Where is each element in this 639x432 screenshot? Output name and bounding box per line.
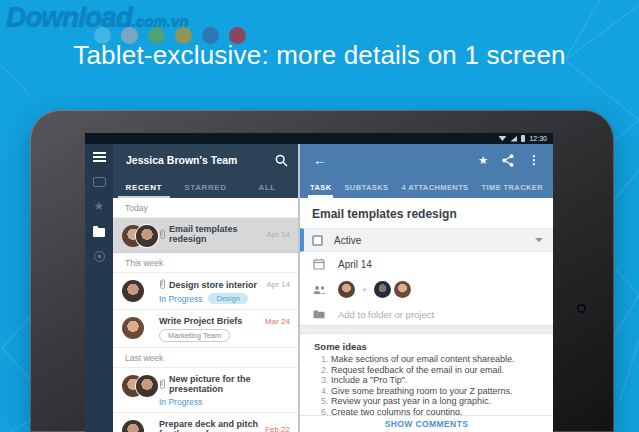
detail-tab-bar: TASK SUBTASKS 4 ATTACHMENTS TIME TRACKER (300, 176, 553, 198)
assignees-row[interactable]: + (300, 276, 553, 303)
add-folder-placeholder: Add to folder or project (338, 309, 434, 320)
paperclip-icon (159, 379, 166, 390)
description-item: Review your past year in a long graphic. (331, 396, 539, 407)
task-row-project-briefs[interactable]: Write Project Briefs Mar 24 Marketing Te… (113, 310, 298, 348)
folder-icon[interactable] (93, 228, 105, 237)
task-date: Mar 24 (261, 317, 290, 326)
add-folder-row[interactable]: Add to folder or project (300, 303, 553, 325)
task-title: Prepare deck and pitch for the conferenc… (159, 419, 258, 432)
nav-rail: ★ (85, 144, 113, 432)
tab-time-tracker[interactable]: TIME TRACKER (482, 176, 543, 198)
section-today: Today (113, 198, 298, 218)
task-date: Apr 14 (262, 230, 290, 239)
task-detail-content: Email templates redesign Active (300, 198, 553, 432)
task-detail-panel: ← ★ ⋮ TAS (300, 144, 553, 432)
list-tab-bar: RECENT STARRED ALL (113, 176, 298, 198)
task-date: Feb 22 (261, 425, 290, 432)
team-header: Jessica Brown's Team (113, 144, 298, 176)
calendar-icon (312, 258, 326, 270)
promo-banner: Download.com.vn Tablet-exclusive: more d… (0, 0, 639, 432)
avatar-group (122, 316, 159, 339)
task-title: Design store interior (169, 280, 257, 290)
tablet-screen: 12:30 ★ Jessica Brown's Team (85, 133, 553, 432)
task-description: Some ideas Make sections of our email co… (300, 334, 553, 415)
tab-attachments[interactable]: 4 ATTACHMENTS (401, 176, 468, 198)
signal-icon (510, 136, 517, 142)
tab-recent[interactable]: RECENT (113, 176, 175, 198)
description-item: Make sections of our email content share… (331, 354, 539, 365)
hamburger-menu-icon[interactable] (93, 152, 106, 154)
folder-add-icon (312, 309, 326, 319)
section-last-week: Last week (113, 348, 298, 368)
task-status: In Progress (159, 294, 202, 304)
star-icon[interactable]: ★ (94, 201, 105, 212)
due-date-row[interactable]: April 14 (300, 252, 553, 276)
tag-badge: Design (208, 293, 247, 304)
paperclip-icon (159, 229, 166, 240)
status-selector[interactable]: Active (300, 228, 553, 252)
avatar (122, 280, 144, 302)
search-icon[interactable] (275, 154, 288, 167)
assignee-avatar (338, 281, 355, 298)
inbox-icon[interactable] (93, 177, 106, 187)
avatar-group (122, 279, 159, 302)
description-item: Give some breathing room to your Z patte… (331, 386, 539, 397)
detail-header: ← ★ ⋮ (300, 144, 553, 176)
description-item: Request feedback of the email in our ema… (331, 365, 539, 376)
people-icon (312, 285, 326, 295)
clock-text: 12:30 (529, 135, 547, 142)
tab-starred[interactable]: STARRED (175, 176, 237, 198)
avatar (136, 225, 158, 247)
task-title: New picture for the presentation (169, 374, 290, 394)
assignee-avatar (394, 281, 411, 298)
status-bar: 12:30 (85, 133, 553, 144)
task-row-new-picture[interactable]: New picture for the presentation In Prog… (113, 368, 298, 413)
task-title: Write Project Briefs (159, 316, 242, 326)
paperclip-icon (159, 279, 166, 290)
task-detail-title: Email templates redesign (300, 198, 553, 228)
avatar-group (122, 374, 159, 397)
wifi-icon (498, 136, 506, 141)
avatar (136, 375, 158, 397)
task-list: Today (113, 198, 298, 432)
task-list-panel: Jessica Brown's Team RECENT STARRED ALL (113, 144, 300, 432)
task-date: Apr 14 (262, 280, 290, 289)
app-window: ★ Jessica Brown's Team RECENT (85, 144, 553, 432)
tab-subtasks[interactable]: SUBTASKS (344, 176, 388, 198)
hero-title: Tablet-exclusive: more details on 1 scre… (0, 40, 639, 71)
plus-icon: + (362, 285, 367, 295)
status-value: Active (334, 235, 361, 246)
task-row-email-templates[interactable]: Email templates redesign Apr 14 (113, 218, 298, 253)
tab-all[interactable]: ALL (236, 176, 298, 198)
team-title: Jessica Brown's Team (126, 154, 237, 166)
battery-icon (521, 135, 525, 142)
due-date-value: April 14 (338, 259, 372, 270)
description-item: Create two columns for counting. (331, 407, 539, 415)
avatar (122, 420, 144, 432)
task-row-prepare-deck[interactable]: Prepare deck and pitch for the conferenc… (113, 413, 298, 432)
task-title: Email templates redesign (169, 224, 259, 244)
avatar-group (122, 419, 159, 432)
show-comments-button[interactable]: SHOW COMMENTS (300, 415, 553, 432)
team-badge: Marketing Team (159, 329, 230, 342)
section-this-week: This week (113, 253, 298, 273)
tab-task[interactable]: TASK (310, 176, 331, 198)
description-heading: Some ideas (314, 341, 539, 352)
task-row-design-store[interactable]: Design store interior Apr 14 In Progress… (113, 273, 298, 310)
section-divider (300, 325, 553, 334)
complete-checkbox[interactable] (312, 235, 323, 246)
share-icon[interactable] (502, 154, 514, 167)
description-item: Include a "Pro Tip". (331, 375, 539, 386)
task-status: In Progress (159, 397, 202, 407)
back-arrow-icon[interactable]: ← (313, 152, 327, 168)
star-task-icon[interactable]: ★ (478, 154, 488, 167)
chevron-down-icon (535, 238, 543, 242)
avatar-group (122, 224, 159, 247)
assignee-avatar (374, 281, 391, 298)
tablet-device: 12:30 ★ Jessica Brown's Team (30, 110, 614, 432)
my-work-icon[interactable] (94, 251, 105, 262)
tablet-camera (577, 304, 586, 313)
overflow-menu-icon[interactable]: ⋮ (528, 153, 540, 167)
avatar (122, 317, 144, 339)
description-list: Make sections of our email content share… (314, 354, 539, 415)
